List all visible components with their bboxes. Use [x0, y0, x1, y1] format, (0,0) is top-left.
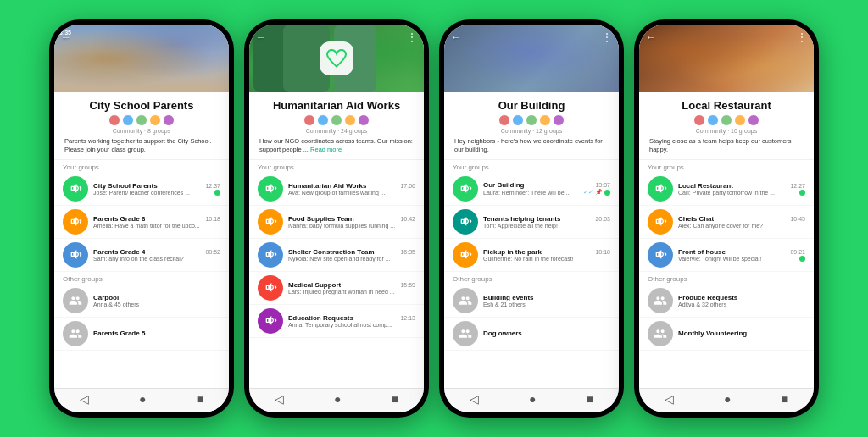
group-content: Front of house09:21Valeryie: Tonight wil…	[678, 248, 805, 262]
group-item[interactable]: Pickup in the park18:18Guilherme: No rai…	[444, 239, 619, 272]
groups-section: Your groupsHumanitarian Aid Works17:06Av…	[249, 160, 424, 389]
group-item[interactable]: Our Building13:37Laura: Reminder: There …	[444, 173, 619, 206]
group-avatar	[648, 209, 673, 235]
group-time: 10:18	[205, 216, 220, 222]
other-groups-label: Other groups	[639, 272, 814, 285]
recents-nav-icon[interactable]: ■	[197, 392, 203, 406]
group-item[interactable]: Humanitarian Aid Works17:06Ava: New grou…	[249, 173, 424, 206]
header-image: ← ⋮	[444, 25, 619, 92]
group-content: Chefs Chat10:45Alex: Can anyone cover fo…	[678, 215, 805, 229]
other-groups-label: Other groups	[54, 272, 229, 285]
group-name: Parents Grade 4	[93, 248, 145, 256]
your-groups-label: Your groups	[444, 160, 619, 173]
other-group-item[interactable]: Building eventsEsh & 21 others	[444, 285, 619, 318]
community-avatars	[453, 114, 610, 126]
group-item[interactable]: Chefs Chat10:45Alex: Can anyone cover fo…	[639, 206, 814, 239]
group-avatar	[63, 176, 88, 202]
community-avatar	[344, 114, 356, 126]
group-avatar	[258, 176, 283, 202]
other-group-item[interactable]: CarpoolAnna & 45 others	[54, 285, 229, 318]
community-avatar	[149, 114, 161, 126]
group-item[interactable]: Medical Support15:59Lars: Injured pregna…	[249, 272, 424, 305]
back-nav-icon[interactable]: ◁	[470, 392, 479, 406]
header-image: ← ⋮	[639, 25, 814, 92]
group-item[interactable]: Parents Grade 610:18Amelia: Have a math …	[54, 206, 229, 239]
phones-container: ← 3:35 City School ParentsCommunity · 8 …	[32, 3, 836, 434]
group-msg: Ivanna: baby formula supplies running ..…	[288, 223, 395, 229]
group-item[interactable]: Tenants helping tenants20:03Tom: Appreci…	[444, 206, 619, 239]
other-group-avatar	[648, 321, 673, 346]
group-avatar	[258, 308, 283, 334]
unread-dot	[799, 256, 805, 262]
community-avatars	[63, 114, 220, 126]
groups-section: Your groupsCity School Parents12:37José:…	[54, 160, 229, 389]
recents-nav-icon[interactable]: ■	[782, 392, 788, 406]
group-time: 15:59	[400, 282, 415, 288]
group-item[interactable]: Local Restaurant12:27Carl: Private party…	[639, 173, 814, 206]
other-group-item[interactable]: Produce RequestsAditya & 32 others	[639, 285, 814, 318]
group-time: 08:52	[205, 249, 220, 255]
group-msg: Carl: Private party tomorrow in the ...	[678, 190, 775, 196]
back-nav-icon[interactable]: ◁	[275, 392, 284, 406]
other-group-content: Building eventsEsh & 21 others	[483, 294, 610, 307]
header-image: ← 3:35	[54, 25, 229, 92]
other-group-item[interactable]: Parents Grade 5	[54, 318, 229, 351]
other-group-avatar	[453, 288, 478, 313]
back-nav-icon[interactable]: ◁	[665, 392, 674, 406]
community-avatar	[707, 114, 719, 126]
other-group-name: Parents Grade 5	[93, 329, 195, 337]
read-more-link[interactable]: Read more	[310, 146, 342, 153]
group-msg: Tom: Appreciate all the help!	[483, 223, 558, 229]
recents-nav-icon[interactable]: ■	[587, 392, 593, 406]
other-group-item[interactable]: Monthly Volunteering	[639, 318, 814, 351]
other-group-item[interactable]: Dog owners	[444, 318, 619, 351]
group-item[interactable]: Front of house09:21Valeryie: Tonight wil…	[639, 239, 814, 272]
group-name: Humanitarian Aid Works	[288, 182, 366, 190]
your-groups-label: Your groups	[249, 160, 424, 173]
group-item[interactable]: Education Requests12:13Anna: Temporary s…	[249, 305, 424, 338]
community-meta: Community · 8 groups	[63, 128, 220, 134]
group-time: 12:37	[205, 183, 220, 189]
home-nav-icon[interactable]: ●	[724, 392, 731, 406]
bottom-nav: ◁●■	[54, 388, 229, 412]
groups-section: Your groupsLocal Restaurant12:27Carl: Pr…	[639, 160, 814, 389]
back-nav-icon[interactable]: ◁	[80, 392, 89, 406]
group-name: Medical Support	[288, 281, 341, 289]
community-avatar	[553, 114, 565, 126]
group-avatar	[453, 209, 478, 235]
group-item[interactable]: City School Parents12:37José: Parent/Tea…	[54, 173, 229, 206]
group-msg: Guilherme: No rain in the forecast!	[483, 256, 574, 262]
community-avatars	[258, 114, 415, 126]
group-msg: Ava: New group of families waiting ...	[288, 190, 386, 196]
other-group-avatar	[453, 321, 478, 346]
group-name: Front of house	[678, 248, 726, 256]
group-content: Education Requests12:13Anna: Temporary s…	[288, 314, 415, 328]
unread-dot	[604, 190, 610, 196]
community-avatar	[693, 114, 705, 126]
unread-dot	[214, 190, 220, 196]
phone-phone2: ← ⋮ Humanitarian Aid WorksCommunity · 24…	[244, 19, 429, 418]
home-nav-icon[interactable]: ●	[139, 392, 146, 406]
other-group-content: Parents Grade 5	[93, 329, 220, 337]
other-group-meta: Aditya & 32 others	[678, 301, 788, 307]
other-group-name: Monthly Volunteering	[678, 329, 780, 337]
home-nav-icon[interactable]: ●	[334, 392, 341, 406]
group-content: City School Parents12:37José: Parent/Tea…	[93, 182, 220, 196]
phone-phone3: ← ⋮ Our BuildingCommunity · 12 groupsHey…	[439, 19, 624, 418]
bottom-nav: ◁●■	[639, 388, 814, 412]
group-msg: Sam: any info on the class recital?	[93, 256, 184, 262]
community-avatar	[331, 114, 342, 126]
group-time: 12:13	[400, 315, 415, 321]
recents-nav-icon[interactable]: ■	[392, 392, 398, 406]
group-avatar	[258, 242, 283, 268]
other-group-meta: Anna & 45 others	[93, 301, 203, 307]
group-content: Local Restaurant12:27Carl: Private party…	[678, 182, 805, 196]
group-time: 20:03	[595, 216, 610, 222]
group-name: Tenants helping tenants	[483, 215, 560, 223]
group-item[interactable]: Parents Grade 408:52Sam: any info on the…	[54, 239, 229, 272]
group-item[interactable]: Food Supplies Team16:42Ivanna: baby form…	[249, 206, 424, 239]
group-name: Parents Grade 6	[93, 215, 145, 223]
group-item[interactable]: Shelter Construction Team16:35Nykola: Ne…	[249, 239, 424, 272]
group-content: Food Supplies Team16:42Ivanna: baby form…	[288, 215, 415, 229]
home-nav-icon[interactable]: ●	[529, 392, 536, 406]
